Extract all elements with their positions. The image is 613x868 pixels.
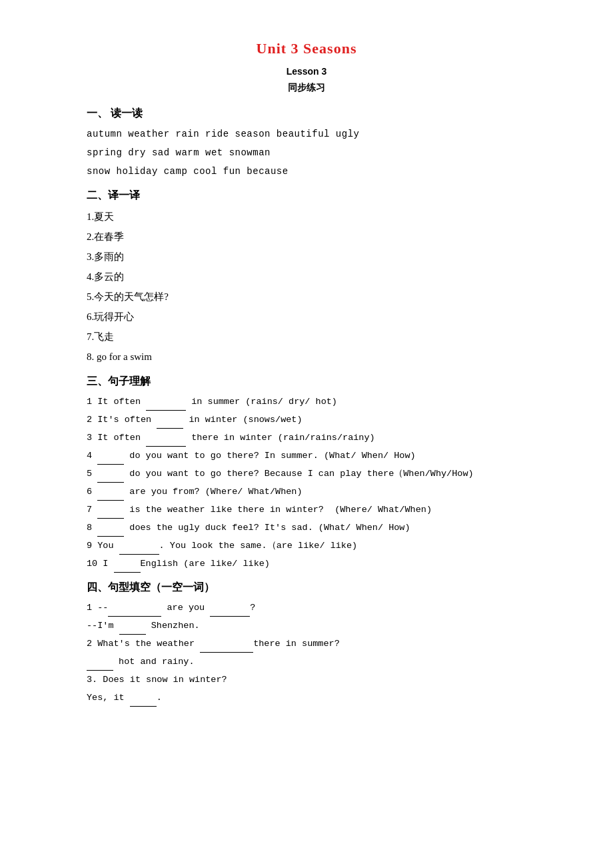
- page-title: Unit 3 Seasons: [87, 40, 526, 57]
- fill-1a: 1 -- are you ?: [87, 599, 526, 617]
- blank-f1-2: [210, 607, 250, 617]
- lesson-line2: 同步练习: [87, 80, 526, 96]
- translation-list: 1.夏天 2.在春季 3.多雨的 4.多云的 5.今天的天气怎样? 6.玩得开心…: [87, 207, 526, 367]
- trans-8: 8. go for a swim: [87, 347, 526, 367]
- sent-5: 5 do you want to go there? Because I can…: [87, 465, 526, 483]
- blank-8-1: [97, 527, 124, 537]
- sent-1: 1 It often in summer (rains/ dry/ hot): [87, 393, 526, 411]
- sentence-list: 1 It often in summer (rains/ dry/ hot) 2…: [87, 393, 526, 573]
- section1-title: 一、 读一读: [87, 107, 526, 121]
- sent-3: 3 It often there in winter (rain/rains/r…: [87, 429, 526, 447]
- blank-5-1: [97, 473, 124, 483]
- fill-2b: hot and rainy.: [87, 653, 526, 671]
- blank-1-1: [146, 401, 186, 411]
- fill-section: 1 -- are you ? --I'm Shenzhen. 2 What's …: [87, 599, 526, 707]
- trans-6: 6.玩得开心: [87, 307, 526, 327]
- trans-3: 3.多雨的: [87, 247, 526, 267]
- fill-3a: 3. Does it snow in winter?: [87, 671, 526, 689]
- trans-4: 4.多云的: [87, 267, 526, 287]
- blank-2-1: [157, 419, 183, 429]
- word-row-3: snow holiday camp cool fun because: [87, 162, 526, 181]
- trans-2: 2.在春季: [87, 227, 526, 247]
- blank-f1-1: [108, 607, 161, 617]
- section3-title: 三、句子理解: [87, 375, 526, 389]
- trans-1: 1.夏天: [87, 207, 526, 227]
- sent-2: 2 It's often in winter (snows/wet): [87, 411, 526, 429]
- section4-title: 四、句型填空（一空一词）: [87, 581, 526, 595]
- trans-5: 5.今天的天气怎样?: [87, 287, 526, 307]
- blank-7-1: [97, 509, 124, 519]
- sent-7: 7 is the weather like there in winter? (…: [87, 501, 526, 519]
- fill-3b: Yes, it .: [87, 689, 526, 707]
- trans-7: 7.飞走: [87, 327, 526, 347]
- blank-4-1: [97, 455, 124, 465]
- blank-f1-3: [119, 625, 146, 635]
- sent-6: 6 are you from? (Where/ What/When): [87, 483, 526, 501]
- sent-8: 8 does the ugly duck feel? It's sad. (Wh…: [87, 519, 526, 537]
- sent-4: 4 do you want to go there? In summer. (W…: [87, 447, 526, 465]
- lesson-info: Lesson 3 同步练习: [87, 64, 526, 96]
- blank-f3-1: [130, 697, 157, 707]
- sent-10: 10 I English (are like/ like): [87, 555, 526, 573]
- lesson-line1: Lesson 3: [87, 64, 526, 80]
- word-row-2: spring dry sad warm wet snowman: [87, 143, 526, 162]
- blank-9-1: [119, 545, 159, 555]
- blank-10-1: [114, 563, 141, 573]
- blank-f2-2: [87, 661, 113, 671]
- sent-9: 9 You . You look the same.（are like/ lik…: [87, 537, 526, 555]
- fill-2a: 2 What's the weather there in summer?: [87, 635, 526, 653]
- blank-f2-1: [200, 643, 253, 653]
- fill-1b: --I'm Shenzhen.: [87, 617, 526, 635]
- blank-6-1: [97, 491, 124, 501]
- blank-3-1: [146, 437, 186, 447]
- word-list: autumn weather rain ride season beautifu…: [87, 125, 526, 181]
- word-row-1: autumn weather rain ride season beautifu…: [87, 125, 526, 143]
- section2-title: 二、译一译: [87, 189, 526, 203]
